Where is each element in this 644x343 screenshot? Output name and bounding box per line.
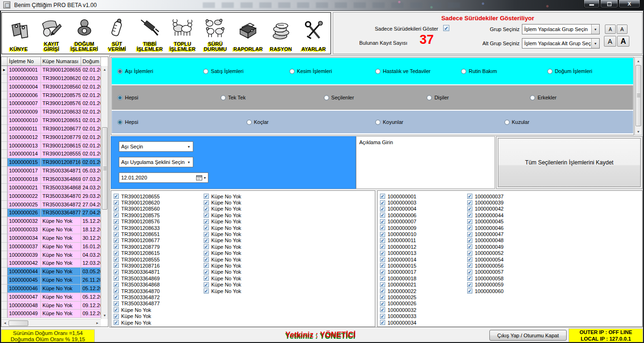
- checklist-item[interactable]: ✓1000000056: [467, 262, 504, 269]
- checklist-item[interactable]: ✓1000000034: [380, 319, 416, 326]
- scroll-up-icon[interactable]: ▲: [635, 57, 642, 64]
- table-cell[interactable]: 1000000044: [8, 268, 41, 276]
- table-cell[interactable]: 1000000012: [8, 133, 41, 142]
- description-input[interactable]: Açıklama Girin: [356, 136, 495, 189]
- table-cell[interactable]: 1000000010: [8, 116, 41, 125]
- table-cell[interactable]: 18.12.20: [81, 226, 101, 234]
- table-cell[interactable]: 02.01.20: [81, 142, 101, 150]
- table-row[interactable]: 1000000006TR3900120857502.01.20: [1, 91, 108, 100]
- checklist-item[interactable]: ✓Küpe No Yok: [204, 288, 241, 294]
- checklist-item[interactable]: ✓1000000052: [467, 250, 504, 256]
- table-cell[interactable]: 1000000039: [8, 251, 41, 260]
- table-cell[interactable]: 1000000015: [8, 158, 41, 167]
- checked-checkbox-icon[interactable]: ✓: [380, 238, 385, 243]
- radio-selected-icon[interactable]: [117, 120, 123, 125]
- checked-checkbox-icon[interactable]: ✓: [380, 314, 385, 319]
- row-selector[interactable]: [1, 209, 8, 217]
- column-header-dogum-tarihi[interactable]: Doğum Tarihi: [81, 57, 101, 66]
- checklist-item[interactable]: ✓1000000037: [467, 193, 504, 199]
- row-selector[interactable]: [1, 167, 8, 175]
- radio-icon[interactable]: [461, 69, 466, 74]
- checked-checkbox-icon[interactable]: ✓: [380, 301, 385, 306]
- table-cell[interactable]: 26.11.20: [81, 276, 101, 285]
- checklist-item[interactable]: ✓1000000025: [380, 294, 416, 300]
- table-cell[interactable]: 02.01.20: [81, 99, 101, 108]
- column-header-kupe-numarasi[interactable]: Küpe Numarası: [41, 57, 81, 66]
- checklist-item[interactable]: ✓TR39001208633: [114, 225, 160, 231]
- checklist-item[interactable]: ✓1000000018: [380, 275, 416, 281]
- checked-checkbox-icon[interactable]: ✓: [467, 194, 472, 199]
- radio-icon[interactable]: [375, 69, 380, 74]
- checked-checkbox-icon[interactable]: ✓: [467, 212, 472, 218]
- checklist-item[interactable]: ✓Küpe No Yok: [204, 199, 241, 205]
- table-cell[interactable]: Küpe No Yok: [41, 243, 81, 251]
- checked-checkbox-icon[interactable]: ✓: [380, 257, 385, 262]
- table-cell[interactable]: 1000000032: [8, 217, 41, 226]
- checklist-item[interactable]: ✓1000000045: [467, 219, 504, 225]
- save-all-selected-button[interactable]: Tüm Seçilenlerin İşlemlerini Kaydet: [498, 138, 641, 187]
- checked-checkbox-icon[interactable]: ✓: [380, 307, 385, 312]
- table-cell[interactable]: 05.12.20: [81, 293, 101, 302]
- checklist-item[interactable]: ✓Küpe No Yok: [204, 269, 241, 275]
- checklist-item[interactable]: ✓1000000048: [467, 237, 504, 244]
- table-cell[interactable]: 02.01.20: [81, 116, 101, 125]
- checklist-item[interactable]: ✓Küpe No Yok: [114, 319, 160, 326]
- checked-checkbox-icon[interactable]: ✓: [114, 212, 119, 218]
- table-row[interactable]: 1000000022TR3500336487029.03.20: [1, 192, 108, 201]
- checked-checkbox-icon[interactable]: ✓: [204, 212, 209, 218]
- row-selector[interactable]: [1, 150, 8, 158]
- scrollbar-thumb[interactable]: [8, 320, 28, 326]
- show-only-herd-checkbox[interactable]: ✓: [443, 25, 449, 31]
- checked-checkbox-icon[interactable]: ✓: [380, 200, 385, 205]
- table-row[interactable]: 1000000021TR3500336486824.03.20: [1, 184, 108, 192]
- font-size-button-2[interactable]: A: [617, 24, 627, 34]
- checklist-item[interactable]: ✓1000000022: [380, 288, 416, 294]
- checked-checkbox-icon[interactable]: ✓: [114, 314, 119, 319]
- radio-option[interactable]: Seçilenler: [324, 95, 427, 100]
- column-header-isletme-no[interactable]: İşletme No: [8, 57, 41, 66]
- scroll-down-icon[interactable]: ▼: [635, 128, 642, 135]
- checked-checkbox-icon[interactable]: ✓: [467, 263, 472, 268]
- table-cell[interactable]: TR39001208677: [41, 125, 81, 133]
- table-cell[interactable]: 1000000033: [8, 226, 41, 234]
- row-selector[interactable]: [1, 184, 8, 192]
- table-row[interactable]: 1000000012TR3900120877902.01.20: [1, 133, 108, 142]
- toolbar-button[interactable]: RASYON: [264, 14, 297, 53]
- table-cell[interactable]: 1000000042: [8, 259, 41, 268]
- restore-button[interactable]: [600, 0, 618, 8]
- checked-checkbox-icon[interactable]: ✓: [114, 251, 119, 256]
- table-row[interactable]: ►1000000001TR3900120865502.01.20: [1, 66, 108, 74]
- table-cell[interactable]: 16.01.20: [81, 243, 101, 251]
- checklist-item[interactable]: ✓1000000006: [380, 212, 416, 218]
- checked-checkbox-icon[interactable]: ✓: [114, 219, 119, 224]
- checklist-item[interactable]: ✓1000000046: [467, 225, 504, 231]
- checklist-item[interactable]: ✓TR35003364868: [114, 281, 160, 287]
- table-cell[interactable]: 1000000048: [8, 302, 41, 310]
- checklist-item[interactable]: ✓1000000058: [467, 275, 504, 281]
- current-row-pointer-icon[interactable]: ►: [1, 66, 8, 74]
- radio-option[interactable]: Kuzular: [504, 119, 634, 125]
- checklist-item[interactable]: ✓Küpe No Yok: [204, 275, 241, 281]
- table-row[interactable]: 1000000034Küpe No Yok30.12.20: [1, 234, 108, 243]
- checked-checkbox-icon[interactable]: ✓: [114, 244, 119, 249]
- table-cell[interactable]: 1000000007: [8, 99, 41, 108]
- table-cell[interactable]: Küpe No Yok: [41, 285, 81, 293]
- table-cell[interactable]: Küpe No Yok: [41, 302, 81, 310]
- checked-checkbox-icon[interactable]: ✓: [467, 244, 472, 249]
- table-row[interactable]: 1000000007TR3900120857602.01.20: [1, 99, 108, 108]
- row-selector[interactable]: [1, 133, 8, 142]
- date-picker[interactable]: 12.01.2020 ▼: [119, 172, 208, 183]
- table-cell[interactable]: TR35003364877: [41, 209, 81, 217]
- checked-checkbox-icon[interactable]: ✓: [204, 257, 209, 262]
- table-cell[interactable]: 29.03.20: [81, 192, 101, 201]
- toolbar-button[interactable]: KÜNYE: [2, 14, 35, 53]
- radio-option[interactable]: Kesim İşlemleri: [289, 68, 375, 74]
- table-cell[interactable]: 12.03.20: [81, 259, 101, 268]
- table-cell[interactable]: 1000000009: [8, 108, 41, 116]
- radio-option[interactable]: Dişiler: [427, 95, 530, 100]
- table-cell[interactable]: 27.04.20: [81, 209, 101, 217]
- row-selector[interactable]: [1, 158, 8, 167]
- table-cell[interactable]: 07.03.20: [81, 175, 101, 184]
- table-cell[interactable]: 15.12.20: [81, 217, 101, 226]
- checklist-item[interactable]: ✓Küpe No Yok: [114, 313, 160, 319]
